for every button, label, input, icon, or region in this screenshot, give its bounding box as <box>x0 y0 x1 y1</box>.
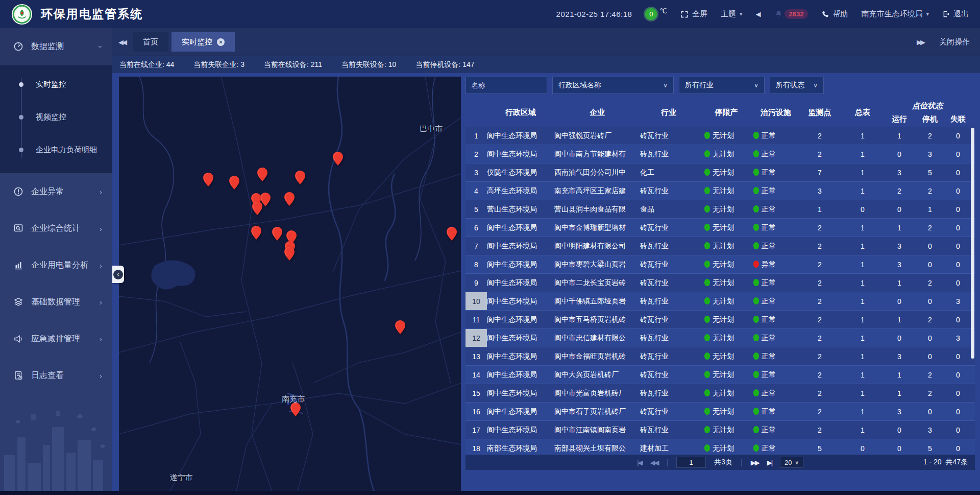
sidebar-item-数据监测[interactable]: 数据监测› <box>0 28 112 65</box>
row-stop-status: 无计划 <box>697 352 748 361</box>
sound-toggle-button[interactable]: ◀ <box>756 10 761 18</box>
tab-首页[interactable]: 首页 <box>133 32 168 52</box>
close-icon[interactable]: ✕ <box>217 38 225 46</box>
sidebar-item-应急减排管理[interactable]: 应急减排管理› <box>0 320 112 357</box>
chevron-down-icon: ∨ <box>795 460 798 465</box>
table-row[interactable]: 11阆中生态环境局阆中市五马桥页岩机砖砖瓦行业无计划正常21120 <box>465 311 975 329</box>
table-row[interactable]: 9阆中生态环境局阆中市二龙长宝页岩砖砖瓦行业无计划正常21120 <box>465 274 975 292</box>
first-page-button[interactable]: |◀ <box>637 459 642 466</box>
close-operations-button[interactable]: 关闭操作 <box>939 37 970 47</box>
map-pin-icon[interactable] <box>295 171 305 184</box>
sidebar-section-6: 日志查看› <box>0 357 112 394</box>
fullscreen-button[interactable]: 全屏 <box>680 9 707 19</box>
row-stop-status: 无计划 <box>697 334 748 343</box>
map-pin-icon[interactable] <box>252 201 262 215</box>
table-row[interactable]: 3仪陇生态环境局西南油气田分公司川中化工无计划正常71350 <box>465 163 975 182</box>
status-dot-icon <box>753 334 759 341</box>
caret-down-icon: ▾ <box>926 11 929 17</box>
row-index: 5 <box>465 200 487 218</box>
sidebar-item-基础数据管理[interactable]: 基础数据管理› <box>0 284 112 320</box>
table-row[interactable]: 13阆中生态环境局阆中市金福旺页岩机砖砖瓦行业无计划正常21300 <box>465 347 975 366</box>
map-roads-layer <box>119 77 461 491</box>
status-dot-icon <box>753 205 759 213</box>
row-monitor-points: 2 <box>798 132 841 140</box>
table-row[interactable]: 14阆中生态环境局阆中大兴页岩机砖厂砖瓦行业无计划正常21120 <box>465 366 975 384</box>
map-pin-icon[interactable] <box>290 403 301 416</box>
row-halted: 2 <box>915 371 945 379</box>
sidebar-item-企业综合统计[interactable]: 企业综合统计› <box>0 210 112 247</box>
table-row[interactable]: 7阆中生态环境局阆中明阳建材有限公司砖瓦行业无计划正常21300 <box>465 237 975 255</box>
row-index: 1 <box>465 127 487 145</box>
table-row[interactable]: 10阆中生态环境局阆中千佛镇五郎垭页岩砖瓦行业无计划正常21003 <box>465 292 975 311</box>
map-panel[interactable]: 巴中市南充市遂宁市 <box>119 77 461 491</box>
sidebar-subitem-实时监控[interactable]: 实时监控 <box>0 68 112 101</box>
table-row[interactable]: 15阆中生态环境局阆中市光富页岩机砖厂砖瓦行业无计划正常21120 <box>465 384 975 403</box>
table-row[interactable]: 17阆中生态环境局阆中市江南镇阆南页岩砖瓦行业无计划正常21030 <box>465 421 975 439</box>
tab-实时监控[interactable]: 实时监控✕ <box>172 32 235 52</box>
region-select[interactable]: 行政区域名称 ∨ <box>552 77 674 94</box>
row-company: 阆中市五马桥页岩机砖 <box>554 315 640 324</box>
row-region: 阆中生态环境局 <box>487 389 554 398</box>
row-stop-status: 无计划 <box>697 260 748 269</box>
collapse-icon: ‹ <box>117 271 119 278</box>
status-select[interactable]: 所有状态 ∨ <box>770 77 824 94</box>
megaphone-icon <box>13 334 23 344</box>
prev-page-button[interactable]: ◀◀ <box>650 459 658 466</box>
map-pin-icon[interactable] <box>272 227 282 241</box>
row-stop-status: 无计划 <box>697 297 748 306</box>
table-row[interactable]: 18南部生态环境局南部县砌兴土坝有限公建材加工无计划正常50050 <box>465 439 975 455</box>
row-halted: 2 <box>915 316 945 324</box>
table-row[interactable]: 2阆中生态环境局阆中市南方节能建材有砖瓦行业无计划正常21030 <box>465 145 975 163</box>
map-pin-icon[interactable] <box>203 173 213 186</box>
tabs-scroll-right-icon[interactable]: ▶▶ <box>917 38 924 46</box>
page-number-input[interactable] <box>676 457 706 468</box>
row-stop-status: 无计划 <box>697 389 748 398</box>
industry-select[interactable]: 所有行业 ∨ <box>679 77 765 94</box>
status-dot-icon <box>704 224 710 231</box>
map-pin-icon[interactable] <box>333 152 343 166</box>
row-index: 12 <box>465 329 487 347</box>
table-row[interactable]: 4高坪生态环境局南充市高坪区王家店建砖瓦行业无计划正常31220 <box>465 182 975 200</box>
map-pin-icon[interactable] <box>284 192 295 206</box>
row-running: 0 <box>884 334 915 342</box>
map-pin-icon[interactable] <box>284 247 295 261</box>
map-pin-icon[interactable] <box>447 227 457 241</box>
tabs-scroll-left-icon[interactable]: ◀◀ <box>118 38 126 46</box>
page-size-select[interactable]: 20 ∨ <box>780 457 803 468</box>
table-row[interactable]: 6阆中生态环境局阆中市金博瑞新型墙材砖瓦行业无计划正常21120 <box>465 219 975 237</box>
column-header-运行: 运行 <box>884 114 915 124</box>
help-button[interactable]: 帮助 <box>821 9 848 19</box>
map-pin-icon[interactable] <box>257 168 267 181</box>
stats-bar: 当前在线企业: 44当前失联企业: 3当前在线设备: 211当前失联设备: 10… <box>112 56 980 73</box>
theme-dropdown[interactable]: 主题 ▾ <box>721 9 743 19</box>
table-row[interactable]: 8阆中生态环境局阆中市枣碧大梁山页岩砖瓦行业无计划异常21300 <box>465 255 975 274</box>
logout-icon <box>942 10 950 18</box>
sidebar-item-企业用电量分析[interactable]: 企业用电量分析› <box>0 247 112 284</box>
sidebar-collapse-button[interactable]: ‹ <box>112 266 124 283</box>
datetime-text: 2021-02-25 17:46:18 <box>556 10 632 18</box>
logout-button[interactable]: 退出 <box>942 9 969 19</box>
sidebar-item-日志查看[interactable]: 日志查看› <box>0 357 112 394</box>
map-pin-icon[interactable] <box>229 176 239 190</box>
table-row[interactable]: 16阆中生态环境局阆中市石子页岩机砖厂砖瓦行业无计划正常21300 <box>465 403 975 421</box>
sidebar-subitem-视频监控[interactable]: 视频监控 <box>0 101 112 133</box>
last-page-button[interactable]: ▶| <box>767 459 772 466</box>
map-pin-icon[interactable] <box>395 320 405 334</box>
sidebar-item-企业异常[interactable]: 企业异常› <box>0 173 112 210</box>
next-page-button[interactable]: ▶▶ <box>751 459 759 466</box>
org-dropdown[interactable]: 南充市生态环境局 ▾ <box>861 9 929 19</box>
table-scrollbar[interactable] <box>971 128 974 359</box>
table-row[interactable]: 1阆中生态环境局阆中强锐页岩砖厂砖瓦行业无计划正常21120 <box>465 127 975 145</box>
row-facility-status: 正常 <box>748 407 798 416</box>
row-stop-status: 无计划 <box>697 444 748 453</box>
map-pin-icon[interactable] <box>251 226 261 240</box>
table-row[interactable]: 5营山生态环境局营山县润丰肉食品有限食品无计划正常10010 <box>465 200 975 219</box>
name-search-input[interactable] <box>465 77 547 94</box>
row-monitor-points: 2 <box>798 150 841 158</box>
table-row[interactable]: 12阆中生态环境局阆中市忠信建材有限公砖瓦行业无计划正常21003 <box>465 329 975 347</box>
notification-area[interactable]: 2632 <box>774 9 808 19</box>
sidebar-subitem-企业电力负荷明细[interactable]: 企业电力负荷明细 <box>0 133 112 166</box>
row-stop-status: 无计划 <box>697 426 748 435</box>
row-region: 阆中生态环境局 <box>487 297 554 306</box>
row-halted: 0 <box>915 408 945 416</box>
